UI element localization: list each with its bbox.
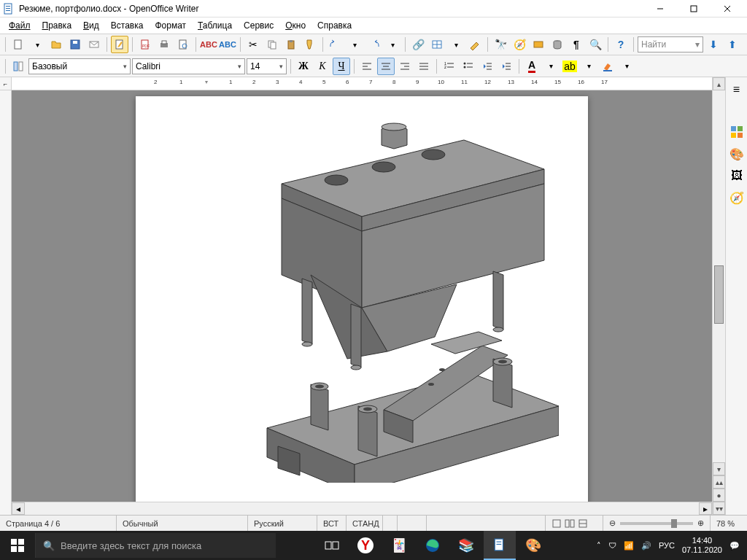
email-button[interactable] xyxy=(85,36,103,53)
menu-tools[interactable]: Сервис xyxy=(239,19,278,32)
minimize-button[interactable] xyxy=(643,0,677,18)
align-left-button[interactable] xyxy=(358,58,376,75)
find-button[interactable]: 🔭 xyxy=(492,36,509,53)
menu-insert[interactable]: Вставка xyxy=(107,19,148,32)
sidebar-toggle-icon[interactable]: ≡ xyxy=(729,82,745,98)
menu-file[interactable]: Файл xyxy=(4,19,35,32)
taskbar-app-yandex[interactable]: Y xyxy=(349,531,382,560)
status-sel[interactable] xyxy=(383,516,398,531)
zoom-control[interactable]: ⊖⊕ xyxy=(603,516,711,531)
format-paint-button[interactable] xyxy=(301,36,319,53)
styles-button[interactable] xyxy=(9,58,27,75)
status-style[interactable]: Обычный xyxy=(117,516,248,531)
autospell-button[interactable]: ABC xyxy=(219,36,236,53)
copy-button[interactable] xyxy=(263,36,281,53)
menu-table[interactable]: Таблица xyxy=(193,19,236,32)
draw-button[interactable] xyxy=(466,36,484,53)
tray-notifications-icon[interactable]: 💬 xyxy=(729,541,740,551)
page-up-nav[interactable]: ▴▴ xyxy=(713,475,725,489)
taskbar-app-paint[interactable]: 🎨 xyxy=(517,531,549,560)
table-dd-button[interactable]: ▾ xyxy=(447,36,465,53)
status-lang[interactable]: Русский xyxy=(248,516,317,531)
status-sig[interactable] xyxy=(398,516,427,531)
tray-security-icon[interactable]: 🛡 xyxy=(608,541,616,550)
taskbar-app-solitaire[interactable]: 🃏 xyxy=(383,531,415,560)
highlight-button[interactable]: ab xyxy=(561,58,578,75)
tray-clock[interactable]: 14:40 07.11.2020 xyxy=(682,536,722,555)
close-button[interactable] xyxy=(711,0,744,18)
status-mode[interactable]: СТАНД xyxy=(347,516,383,531)
underline-button[interactable]: Ч xyxy=(333,58,350,75)
bg-color-dd[interactable]: ▾ xyxy=(618,58,635,75)
highlight-dd[interactable]: ▾ xyxy=(580,58,597,75)
taskbar-app-writer[interactable] xyxy=(484,531,516,560)
print-button[interactable] xyxy=(155,36,173,53)
find-prev-button[interactable]: ⬆ xyxy=(724,36,741,53)
save-button[interactable] xyxy=(66,36,84,53)
font-combo[interactable]: Calibri▾ xyxy=(132,58,245,74)
tray-volume-icon[interactable]: 🔊 xyxy=(641,541,651,551)
export-pdf-button[interactable]: PDF xyxy=(136,36,154,53)
menu-help[interactable]: Справка xyxy=(313,19,356,32)
redo-dd-button[interactable]: ▾ xyxy=(384,36,401,53)
open-button[interactable] xyxy=(47,36,65,53)
horizontal-scrollbar[interactable]: ◂ ▸ xyxy=(12,502,712,515)
indent-button[interactable] xyxy=(498,58,515,75)
redo-button[interactable] xyxy=(365,36,382,53)
taskbar-app-winrar[interactable]: 📚 xyxy=(450,531,482,560)
document-page[interactable] xyxy=(136,96,588,502)
zoom-button[interactable]: 🔍 xyxy=(587,36,604,53)
new-dd-button[interactable]: ▾ xyxy=(28,36,46,53)
view-buttons[interactable] xyxy=(545,516,603,531)
preview-button[interactable] xyxy=(174,36,192,53)
menu-edit[interactable]: Правка xyxy=(38,19,77,32)
sidebar-properties-icon[interactable] xyxy=(729,124,745,140)
style-combo[interactable]: Базовый▾ xyxy=(28,58,131,74)
size-combo[interactable]: 14▾ xyxy=(247,58,287,74)
navigator-button[interactable]: 🧭 xyxy=(511,36,528,53)
bullet-list-button[interactable] xyxy=(460,58,477,75)
sidebar-navigator-icon[interactable]: 🧭 xyxy=(729,190,745,206)
tray-network-icon[interactable]: 📶 xyxy=(624,541,634,551)
align-right-button[interactable] xyxy=(396,58,414,75)
tray-lang[interactable]: РУС xyxy=(659,541,675,550)
bold-button[interactable]: Ж xyxy=(295,58,312,75)
edit-doc-button[interactable] xyxy=(111,36,128,53)
tray-chevron-icon[interactable]: ˄ xyxy=(597,541,601,551)
font-color-button[interactable]: А xyxy=(523,58,541,75)
taskbar-search[interactable]: 🔍 Введите здесь текст для поиска xyxy=(35,533,276,558)
table-button[interactable] xyxy=(428,36,446,53)
number-list-button[interactable]: 12 xyxy=(441,58,458,75)
status-page[interactable]: Страница 4 / 6 xyxy=(0,516,117,531)
taskview-button[interactable] xyxy=(316,531,348,560)
system-tray[interactable]: ˄ 🛡 📶 🔊 РУС 14:40 07.11.2020 💬 xyxy=(589,536,747,555)
maximize-button[interactable] xyxy=(677,0,711,18)
horizontal-ruler[interactable]: 2 1 ▾ 1 2 3 4 5 6 7 8 9 10 11 12 13 14 1… xyxy=(12,77,712,90)
nonprinting-button[interactable]: ¶ xyxy=(568,36,585,53)
undo-dd-button[interactable]: ▾ xyxy=(346,36,363,53)
paste-button[interactable] xyxy=(282,36,300,53)
find-next-button[interactable]: ⬇ xyxy=(705,36,722,53)
page-down-nav[interactable]: ▾▾ xyxy=(713,502,725,515)
gallery-button[interactable] xyxy=(530,36,547,53)
taskbar-app-edge[interactable] xyxy=(417,531,449,560)
document-scroll-area[interactable] xyxy=(12,90,712,502)
hyperlink-button[interactable]: 🔗 xyxy=(409,36,427,53)
datasources-button[interactable] xyxy=(549,36,566,53)
menu-format[interactable]: Формат xyxy=(150,19,190,32)
bg-color-button[interactable] xyxy=(599,58,616,75)
align-justify-button[interactable] xyxy=(415,58,433,75)
italic-button[interactable]: К xyxy=(314,58,331,75)
new-doc-button[interactable] xyxy=(9,36,27,53)
cut-button[interactable]: ✂ xyxy=(244,36,262,53)
zoom-value[interactable]: 78 % xyxy=(711,516,747,531)
outdent-button[interactable] xyxy=(479,58,496,75)
find-input[interactable]: Найти▾ xyxy=(638,36,703,52)
status-insert[interactable]: ВСТ xyxy=(317,516,347,531)
menu-view[interactable]: Вид xyxy=(79,19,104,32)
help-button[interactable]: ? xyxy=(612,36,630,53)
spellcheck-button[interactable]: ABC xyxy=(200,36,217,53)
undo-button[interactable] xyxy=(327,36,344,53)
vertical-scrollbar[interactable]: ▴ ▾ ▴▴ ● ▾▾ xyxy=(712,77,725,515)
sidebar-styles-icon[interactable]: 🎨 xyxy=(729,146,745,162)
